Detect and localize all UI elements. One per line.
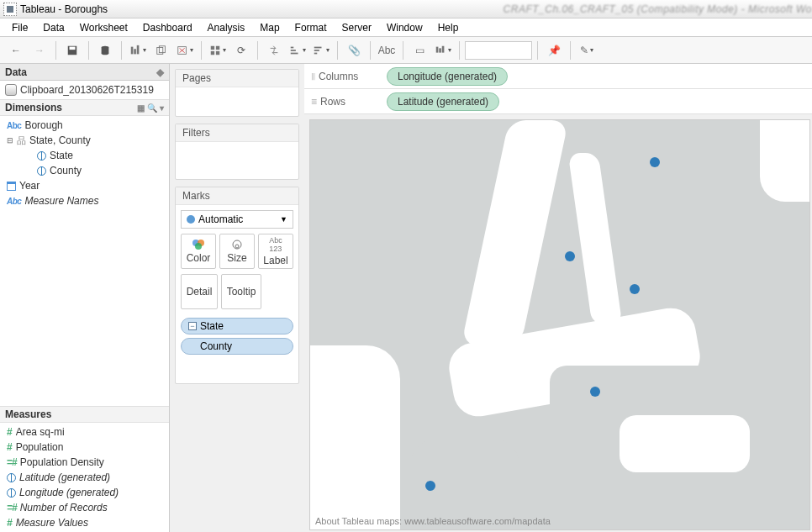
dimensions-header: Dimensions ▦ 🔍 ▾ xyxy=(0,99,169,116)
filters-shelf[interactable]: Filters xyxy=(175,124,299,180)
field-label: State xyxy=(50,150,73,161)
auto-update-button[interactable] xyxy=(207,40,229,61)
pages-label: Pages xyxy=(176,70,298,87)
map-point[interactable] xyxy=(630,284,640,294)
svg-rect-8 xyxy=(157,47,163,54)
shelf-text: Rows xyxy=(320,96,345,108)
menu-help[interactable]: Help xyxy=(431,20,466,35)
chevron-down-icon: ▼ xyxy=(280,215,287,224)
menu-file[interactable]: File xyxy=(5,20,34,35)
tooltip-button[interactable]: Tooltip xyxy=(221,274,261,309)
background-window-title: CRAFT_Ch.06_CRAFT_05 (Compatibility Mode… xyxy=(504,3,812,15)
number-icon: # xyxy=(7,517,13,529)
pin-button[interactable]: 📌 xyxy=(543,40,565,61)
clear-sheet-button[interactable] xyxy=(174,40,196,61)
menu-data[interactable]: Data xyxy=(36,20,71,35)
highlight-button[interactable]: ✎ xyxy=(576,40,598,61)
svg-rect-17 xyxy=(291,46,294,48)
meas-measure-values[interactable]: #Measure Values xyxy=(7,515,169,530)
detail-pill-county[interactable]: County xyxy=(181,338,293,355)
pages-shelf[interactable]: Pages xyxy=(175,69,299,117)
calc-number-icon: =# xyxy=(7,502,17,514)
pill-label: State xyxy=(200,320,224,332)
rows-pill-latitude[interactable]: Latitude (generated) xyxy=(387,92,499,111)
map-point[interactable] xyxy=(425,481,435,491)
svg-rect-16 xyxy=(216,50,219,54)
meas-area[interactable]: #Area sq-mi xyxy=(7,424,169,440)
svg-rect-1 xyxy=(70,46,76,50)
map-point[interactable] xyxy=(590,387,600,397)
mark-type-selector[interactable]: Automatic ▼ xyxy=(181,210,293,229)
tooltip-label: Tooltip xyxy=(227,286,256,298)
filters-label: Filters xyxy=(176,124,298,142)
duplicate-sheet-button[interactable] xyxy=(150,40,172,61)
dim-borough[interactable]: AbcBorough xyxy=(7,118,169,133)
rows-shelf[interactable]: ≡Rows Latitude (generated) xyxy=(304,89,812,114)
columns-shelf[interactable]: ⫴Columns Longitude (generated) xyxy=(304,64,812,89)
map-point[interactable] xyxy=(565,251,575,261)
view-cards-button[interactable] xyxy=(432,40,454,61)
detail-button[interactable]: Detail xyxy=(181,274,218,309)
number-icon: # xyxy=(7,426,13,438)
label-button[interactable]: Abc123Label xyxy=(258,234,293,269)
meas-latitude[interactable]: Latitude (generated) xyxy=(7,470,169,485)
field-label: Year xyxy=(19,180,40,192)
detail-pill-state[interactable]: −State xyxy=(181,318,293,334)
meas-population[interactable]: #Population xyxy=(7,440,169,455)
save-button[interactable] xyxy=(61,40,83,61)
menu-server[interactable]: Server xyxy=(335,20,378,35)
dim-state-county-hierarchy[interactable]: ⊟品State, County xyxy=(7,133,169,148)
expand-icon[interactable]: − xyxy=(188,322,197,330)
collapse-icon[interactable]: ⊟ xyxy=(7,136,13,145)
menu-dashboard[interactable]: Dashboard xyxy=(136,20,199,35)
dim-state[interactable]: State xyxy=(7,148,169,163)
group-button[interactable]: 📎 xyxy=(343,40,365,61)
menu-window[interactable]: Window xyxy=(380,20,430,35)
meas-num-records[interactable]: =#Number of Records xyxy=(7,500,169,515)
run-update-button[interactable]: ⟳ xyxy=(230,40,252,61)
color-button[interactable]: Color xyxy=(181,234,216,269)
svg-point-28 xyxy=(195,243,202,250)
swap-button[interactable] xyxy=(263,40,285,61)
map-point[interactable] xyxy=(650,157,660,167)
svg-point-4 xyxy=(102,51,109,55)
datasource-icon xyxy=(5,84,17,96)
detail-label: Detail xyxy=(187,286,213,298)
menu-analysis[interactable]: Analysis xyxy=(201,20,252,35)
dim-measure-names[interactable]: AbcMeasure Names xyxy=(7,193,169,208)
meas-pop-density[interactable]: =#Population Density xyxy=(7,455,169,470)
svg-rect-6 xyxy=(134,49,136,54)
size-button[interactable]: Size xyxy=(219,234,255,269)
new-worksheet-button[interactable] xyxy=(127,40,149,61)
menu-worksheet[interactable]: Worksheet xyxy=(73,20,134,35)
sort-desc-button[interactable] xyxy=(310,40,332,61)
columns-pill-longitude[interactable]: Longitude (generated) xyxy=(387,67,508,86)
presentation-mode-button[interactable]: ▭ xyxy=(409,40,430,61)
svg-rect-21 xyxy=(314,50,319,51)
data-pane-menu-icon[interactable]: ◆ xyxy=(156,66,164,78)
menu-format[interactable]: Format xyxy=(288,20,334,35)
dim-year[interactable]: Year xyxy=(7,178,169,193)
sort-asc-button[interactable] xyxy=(287,40,308,61)
field-label: Area sq-mi xyxy=(16,426,65,438)
svg-rect-14 xyxy=(216,45,219,49)
field-label: Number of Records xyxy=(20,502,108,514)
color-label: Color xyxy=(187,252,211,264)
dimensions-tools[interactable]: ▦ 🔍 ▾ xyxy=(137,103,164,113)
connect-data-button[interactable] xyxy=(94,40,116,61)
menu-map[interactable]: Map xyxy=(253,20,286,35)
calc-number-icon: =# xyxy=(7,456,17,468)
svg-rect-9 xyxy=(159,45,165,52)
show-labels-button[interactable]: Abc xyxy=(376,40,398,61)
calendar-icon xyxy=(7,182,16,191)
map-visualization[interactable]: About Tableau maps: www.tableausoftware.… xyxy=(309,119,810,530)
pill-label: County xyxy=(200,340,232,352)
fit-selector[interactable] xyxy=(465,41,532,60)
meas-longitude[interactable]: Longitude (generated) xyxy=(7,485,169,500)
datasource-row[interactable]: Clipboard_20130626T215319 xyxy=(0,81,169,99)
forward-button[interactable]: → xyxy=(29,40,50,61)
back-button[interactable]: ← xyxy=(5,40,27,61)
window-title: Tableau - Boroughs xyxy=(20,3,108,15)
dim-county[interactable]: County xyxy=(7,163,169,178)
field-label: County xyxy=(50,165,82,176)
